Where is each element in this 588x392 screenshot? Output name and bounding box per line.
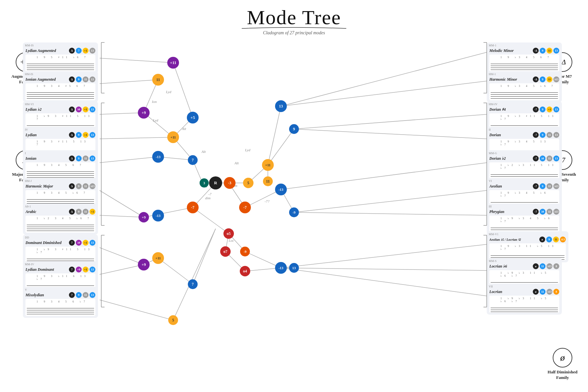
node-5: 5 <box>243 178 253 188</box>
node-minus9-dim: -9 <box>240 247 250 256</box>
node-plus9-left: +9 <box>138 107 150 119</box>
node-11-gold: 11 <box>152 74 164 86</box>
mode-card-arabic: A8-1 Arabic Δ 9 11 +1 1 ♭2 3 4 5 ♭6 7 <box>23 204 98 235</box>
node-minus13-lower-r: -13 <box>275 262 287 274</box>
mode-card-locrian: VII Locrian ø 11 ♭13 8 1 ♭9 ♭3 11 ♭5 ♭6 … <box>487 284 562 315</box>
subtitle: Cladogram of 27 principal modes <box>0 30 588 36</box>
mode-card-dorian-b2: MM-G Dorian ♭2 -7 ♭9 11 13 1 ♭2 ♭3 11 5 … <box>487 150 562 181</box>
svg-line-38 <box>294 129 487 139</box>
page-title: Mode Tree Cladogram of 27 principal mode… <box>0 0 588 36</box>
svg-line-12 <box>100 190 144 217</box>
mode-card-lydian-augmented: MM-IS Lydian Augmented Δ 7 +1 13 1 9 5 ♯… <box>23 42 98 74</box>
node-o5: o5 <box>223 228 234 239</box>
node-7: 7 <box>188 155 198 165</box>
node-minus7-left: -7 <box>187 202 199 213</box>
node-o4: o4 <box>240 266 250 276</box>
svg-line-13 <box>100 215 144 217</box>
svg-text:Lyd: Lyd <box>166 90 172 94</box>
staff-ionian: 1 9 3 4 5 6 7 <box>25 162 95 179</box>
mode-card-ionian-augmented: HM-IS Ionian Augmented Δ 9 11 13 1 9 3 4… <box>23 71 98 102</box>
svg-line-37 <box>294 114 487 129</box>
node-plus11-top: +11 <box>167 57 179 69</box>
svg-line-23 <box>193 229 216 284</box>
svg-text:Loc: Loc <box>228 238 234 242</box>
svg-text:Alt: Alt <box>234 161 239 165</box>
svg-line-39 <box>268 129 294 165</box>
node-plus11-gold: +11 <box>167 131 179 143</box>
staff-dorian-b2: 1 ♭2 ♭3 11 5 13 ♭7 <box>489 162 559 179</box>
svg-line-0 <box>100 58 173 63</box>
svg-line-1 <box>100 80 158 84</box>
half-diminished-family: ø Half DiminishedFamily <box>543 348 582 381</box>
svg-text:Lyd: Lyd <box>245 148 251 152</box>
svg-line-44 <box>281 244 487 268</box>
svg-line-24 <box>193 207 229 234</box>
mode-card-melodic-minor: MM-1 Melodic Minor -Δ 9 11 13 1 9 ♭3 4 5… <box>487 42 562 74</box>
node-minus13-right: -13 <box>275 184 287 195</box>
node-13-lower-r: 13 <box>289 263 299 273</box>
svg-line-2 <box>173 63 193 118</box>
half-diminished-label: Half DiminishedFamily <box>543 369 582 381</box>
staff-melodic-minor: 1 9 ♭3 4 5 6 7 <box>489 55 559 72</box>
node-o7: o7 <box>220 246 231 257</box>
node-minus13-lower: -13 <box>152 210 164 221</box>
svg-line-20 <box>158 258 193 284</box>
node-7-lower: 7 <box>188 279 198 289</box>
node-minus3: -3 <box>224 177 236 189</box>
svg-line-22 <box>173 229 216 320</box>
svg-line-18 <box>100 265 144 274</box>
staff-harmonic-minor: 1 9 ♭3 4 5 ♭6 7 <box>489 83 559 100</box>
svg-text:dim: dim <box>205 196 211 200</box>
svg-line-6 <box>100 113 144 114</box>
svg-line-35 <box>281 52 487 106</box>
svg-line-45 <box>281 268 487 270</box>
mode-card-mixolydian: V Mixolydian 7 9 11 13 1 9 3 4 5 6 ♭7 <box>23 287 98 318</box>
node-plus9-lower2: +9 <box>138 259 150 270</box>
svg-line-43 <box>294 212 487 215</box>
svg-text:-7: -7 <box>208 192 212 196</box>
mode-card-ionian: I Ionian Δ 9 11 13 1 9 3 4 5 6 7 <box>23 150 98 181</box>
half-diminished-symbol: ø <box>553 348 572 368</box>
svg-line-21 <box>100 300 173 320</box>
svg-line-7 <box>100 137 173 139</box>
staff-lydian-augmented: 1 9 5 ♯11 ♭6 7 <box>25 55 95 72</box>
staff-phrygian: 1 ♭9 ♭3 4 5 ♭6 ♭7 <box>489 216 559 233</box>
node-minus9-right: -9 <box>289 207 299 217</box>
svg-line-42 <box>294 190 487 212</box>
node-plus5: +5 <box>187 112 199 123</box>
main-title: Mode Tree <box>0 6 588 29</box>
svg-text:Lyd: Lyd <box>153 118 158 122</box>
svg-text:Ion: Ion <box>152 100 157 104</box>
staff-ionian-augmented: 1 9 3 4 ♯5 6 7 <box>25 83 95 100</box>
svg-text:Alt: Alt <box>201 150 206 154</box>
staff-mixolydian: 1 9 3 4 5 6 ♭7 <box>25 299 95 316</box>
node-5-lower: 5 <box>168 315 178 325</box>
svg-text:-7?: -7? <box>265 199 270 203</box>
mode-card-phrygian: III Phrygian -7 ♭9 11 ♭13 1 ♭9 ♭3 4 5 ♭6… <box>487 204 562 235</box>
node-root: R <box>209 176 222 189</box>
svg-line-14 <box>144 207 193 217</box>
svg-text:Alt: Alt <box>182 127 187 131</box>
node-3: 3 <box>200 178 209 188</box>
svg-line-31 <box>268 106 281 165</box>
svg-line-9 <box>100 157 158 163</box>
svg-line-46 <box>281 268 487 296</box>
node-13-right: 13 <box>275 100 287 112</box>
node-minus13-left: -13 <box>152 151 164 163</box>
staff-arabic: 1 ♭2 3 4 5 ♭6 7 <box>25 216 95 233</box>
staff-locrian: 1 ♭9 ♭3 11 ♭5 ♭6 ♭7 <box>489 296 559 313</box>
svg-line-36 <box>281 81 487 106</box>
node-plus9-lower: +9 <box>139 212 149 222</box>
node-9-right: 9 <box>289 124 299 134</box>
node-11-right: 11 <box>263 176 273 186</box>
node-minus7-right: -7 <box>239 202 251 213</box>
mode-card-aeolian-b5: MM-V1 Aeolian ♭5 / Locrian ♮2 ø 9 11 ♭13… <box>487 231 568 262</box>
node-plus11-lower: +11 <box>152 252 164 264</box>
svg-line-41 <box>281 163 487 189</box>
mode-card-dominant-diminished: DD Dominant Diminished 7 ♭9 +1 13 1 ♭9 3… <box>23 235 98 266</box>
svg-line-17 <box>100 248 144 265</box>
mode-card-harmonic-minor: HM-1 Harmonic Minor -Δ 9 11 ♭13 1 9 ♭3 4… <box>487 71 562 102</box>
node-plus11-right: +11 <box>262 159 274 171</box>
